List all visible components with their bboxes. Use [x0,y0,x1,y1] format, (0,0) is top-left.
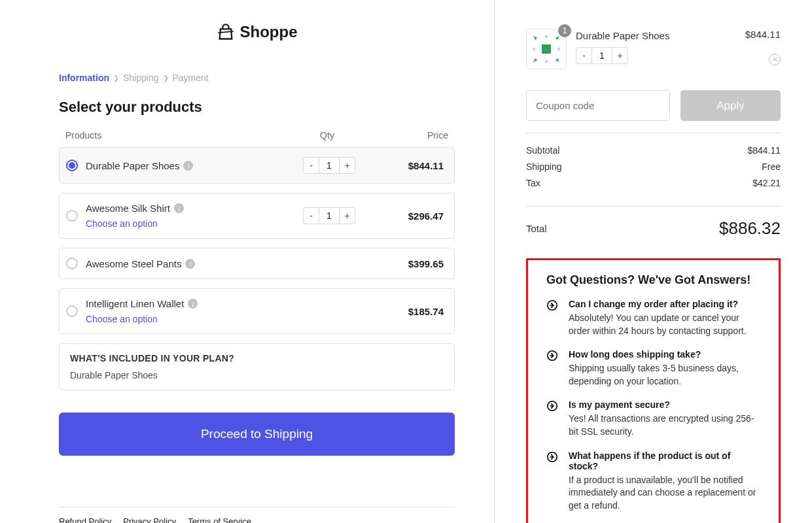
faq-question: Is my payment secure? [569,399,760,410]
col-products: Products [65,130,285,141]
product-price: $185.74 [372,306,444,317]
arrow-circle-right-icon [546,299,558,311]
choose-option-link[interactable]: Choose an option [86,218,287,229]
radio-button[interactable] [66,258,78,269]
qty-plus-button[interactable]: + [340,207,355,224]
product-info: Intelligent Linen Wallet i Choose an opt… [86,298,287,324]
svg-rect-5 [545,35,548,38]
arrow-circle-right-icon [546,400,558,412]
product-thumbnail: 1 [526,29,567,69]
info-icon[interactable]: i [188,299,198,309]
product-row[interactable]: Awesome Silk Shirt i Choose an option - … [59,193,455,239]
svg-marker-2 [556,36,559,40]
apply-coupon-button[interactable]: Apply [680,90,781,121]
faq-title: Got Questions? We've Got Answers! [546,273,760,287]
info-icon[interactable]: i [183,161,193,171]
arrow-circle-right-icon [546,451,558,463]
whats-included-title: WHAT'S INCLUDED IN YOUR PLAN? [70,353,444,363]
product-row[interactable]: Awesome Steel Pants i $399.65 [59,248,455,279]
refund-policy-link[interactable]: Refund Policy [59,516,111,523]
product-price: $844.11 [372,160,444,171]
qty-plus-button[interactable]: + [340,157,355,174]
product-info: Awesome Steel Pants i [86,258,287,269]
product-name: Durable Paper Shoes [86,160,179,171]
faq-item: How long does shipping take? Shipping us… [546,349,760,388]
remove-item-button[interactable]: ✕ [769,54,781,65]
logo-text: Shoppe [240,23,298,41]
proceed-to-shipping-button[interactable]: Proceed to Shipping [59,413,455,456]
radio-button[interactable] [66,160,78,171]
shipping-value: Free [762,161,781,172]
product-info: Durable Paper Shoes i [86,160,287,171]
logo: Shoppe [59,23,455,41]
qty-plus-button[interactable]: + [612,47,628,64]
section-title: Select your products [59,99,455,116]
whats-included-box: WHAT'S INCLUDED IN YOUR PLAN? Durable Pa… [59,343,455,390]
quantity-stepper[interactable]: - 1 + [576,47,628,64]
svg-marker-3 [533,58,537,62]
qty-value: 1 [591,47,612,64]
breadcrumb-step-information[interactable]: Information [59,73,109,83]
total-label: Total [526,223,547,234]
product-name: Intelligent Linen Wallet [86,298,184,309]
qty-minus-button[interactable]: - [303,157,319,174]
coupon-input[interactable] [526,90,670,121]
product-name: Awesome Steel Pants [86,258,181,269]
subtotal-value: $844.11 [747,145,781,156]
footer-links: Refund Policy Privacy Policy Terms of Se… [59,507,455,523]
faq-question: What happens if the product is out of st… [569,450,760,471]
order-summary: Subtotal $844.11 Shipping Free Tax $42.2… [526,133,781,206]
qty-value: 1 [319,157,340,174]
info-icon[interactable]: i [174,203,184,213]
radio-button[interactable] [66,210,78,222]
product-row[interactable]: Durable Paper Shoes i - 1 + $844.11 [59,147,455,184]
product-info: Awesome Silk Shirt i Choose an option [86,203,287,229]
col-qty: Qty [285,130,370,141]
svg-rect-7 [533,48,535,50]
choose-option-link[interactable]: Choose an option [86,314,287,324]
total-value: $886.32 [719,218,781,239]
qty-minus-button[interactable]: - [303,207,319,224]
breadcrumb-step-payment: Payment [173,73,209,83]
breadcrumb-step-shipping: Shipping [123,73,159,83]
arrow-circle-right-icon [546,350,558,362]
quantity-stepper[interactable]: - 1 + [303,157,355,174]
product-image-icon [531,33,562,65]
chevron-right-icon: ❯ [113,74,119,82]
product-name: Awesome Silk Shirt [86,203,170,214]
subtotal-label: Subtotal [526,145,559,156]
info-icon[interactable]: i [185,259,195,269]
whats-included-body: Durable Paper Shoes [70,370,444,380]
privacy-policy-link[interactable]: Privacy Policy [123,516,176,523]
col-price: Price [370,130,448,141]
right-pane: 1 Durable Paper Shoes - 1 + $844.11 ✕ [495,0,812,523]
tax-value: $42.21 [752,178,781,188]
product-row[interactable]: Intelligent Linen Wallet i Choose an opt… [59,288,455,334]
tax-label: Tax [526,178,540,188]
radio-button[interactable] [66,305,78,317]
faq-item: Can I change my order after placing it? … [546,299,760,337]
faq-item: What happens if the product is out of st… [546,450,760,513]
cart-item-price: $844.11 [745,29,781,40]
shipping-label: Shipping [526,161,562,172]
svg-rect-6 [545,60,548,63]
svg-marker-4 [556,58,559,62]
faq-item: Is my payment secure? Yes! All transacti… [546,399,760,438]
product-price: $296.47 [372,211,444,222]
faq-question: Can I change my order after placing it? [569,299,760,309]
faq-question: How long does shipping take? [569,349,760,360]
faq-answer: Absolutely! You can update or cancel you… [569,312,760,337]
quantity-stepper[interactable]: - 1 + [303,207,355,224]
svg-rect-0 [542,44,551,54]
breadcrumb: Information ❯ Shipping ❯ Payment [59,73,455,83]
left-pane: Shoppe Information ❯ Shipping ❯ Payment … [0,0,495,523]
svg-marker-1 [533,36,537,40]
cart-item: 1 Durable Paper Shoes - 1 + $844.11 ✕ [526,29,781,69]
chevron-right-icon: ❯ [163,74,169,82]
faq-answer: Shipping usually takes 3-5 business days… [569,362,760,388]
faq-answer: If a product is unavailable, you'll be n… [569,474,760,513]
terms-of-service-link[interactable]: Terms of Service [188,516,251,523]
svg-rect-8 [557,48,560,50]
bag-icon [217,23,235,41]
qty-minus-button[interactable]: - [576,47,591,64]
